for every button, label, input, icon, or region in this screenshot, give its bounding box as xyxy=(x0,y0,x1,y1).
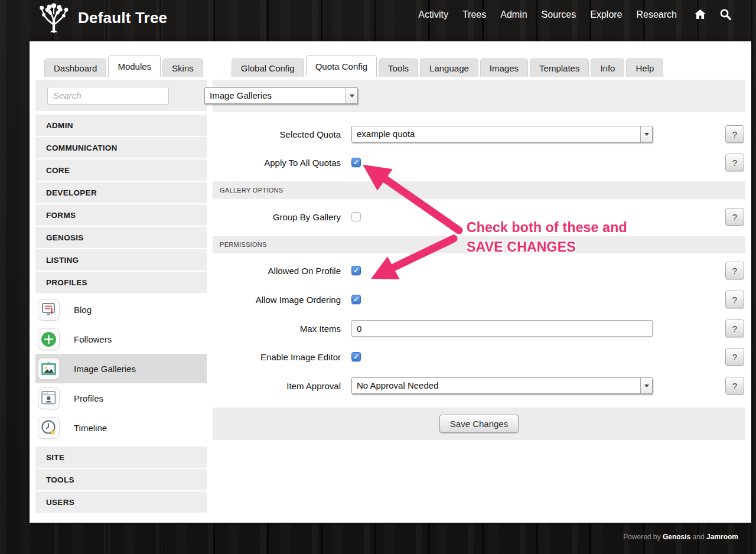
enable-image-editor-label: Enable Image Editor xyxy=(213,352,341,362)
sidebar-category-forms[interactable]: FORMS xyxy=(35,204,207,226)
selected-quota-dropdown[interactable]: example quota xyxy=(351,126,653,142)
sidebar-category-tools[interactable]: TOOLS xyxy=(35,469,207,490)
nav-trees[interactable]: Trees xyxy=(462,9,486,20)
sidebar-item-followers[interactable]: Followers xyxy=(35,324,207,354)
timeline-icon xyxy=(38,417,60,439)
image-galleries-icon xyxy=(38,358,60,380)
help-button-allowed-on-profile[interactable]: ? xyxy=(725,262,744,279)
sidebar-item-label: Profiles xyxy=(74,393,103,403)
sidebar-item-label: Followers xyxy=(74,334,112,344)
sidebar-item-label: Image Galleries xyxy=(74,364,136,374)
help-button-selected-quota[interactable]: ? xyxy=(725,125,744,143)
selected-quota-label: Selected Quota xyxy=(213,129,341,139)
followers-icon xyxy=(38,328,60,350)
sidebar-category-communication[interactable]: COMMUNICATION xyxy=(35,137,207,158)
footer-brand-jamroom[interactable]: Jamroom xyxy=(706,533,738,541)
footer-brand-genosis[interactable]: Genosis xyxy=(663,533,690,541)
allow-image-ordering-label: Allow Image Ordering xyxy=(213,295,341,305)
nav-explore[interactable]: Explore xyxy=(590,9,622,20)
sidebar-item-label: Timeline xyxy=(74,423,107,433)
allowed-on-profile-checkbox[interactable] xyxy=(351,266,361,275)
sidebar-category-admin[interactable]: ADMIN xyxy=(35,115,207,136)
group-by-gallery-label: Group By Gallery xyxy=(213,212,341,222)
help-button-allow-image-ordering[interactable]: ? xyxy=(725,291,744,308)
item-approval-label: Item Approval xyxy=(213,381,341,391)
row-allow-image-ordering: Allow Image Ordering ? xyxy=(213,285,745,314)
sidebar: ADMIN COMMUNICATION CORE DEVELOPER FORMS… xyxy=(35,80,207,514)
help-button-apply-to-all-quotas[interactable]: ? xyxy=(725,154,744,171)
top-nav: Activity Trees Admin Sources Explore Res… xyxy=(418,9,731,20)
profiles-icon xyxy=(38,387,60,409)
nav-activity[interactable]: Activity xyxy=(418,9,448,20)
tab-bar: Dashboard Modules Skins Global Config Qu… xyxy=(44,55,665,77)
sidebar-module-list: Blog Followers xyxy=(35,295,207,442)
sidebar-category-developer[interactable]: DEVELOPER xyxy=(35,182,207,203)
apply-to-all-quotas-checkbox[interactable] xyxy=(351,158,361,167)
page: Default Tree Activity Trees Admin Source… xyxy=(0,0,756,554)
allow-image-ordering-checkbox[interactable] xyxy=(351,295,361,304)
nav-research[interactable]: Research xyxy=(637,9,677,20)
sidebar-search-section xyxy=(35,80,207,111)
sidebar-item-profiles[interactable]: Profiles xyxy=(35,383,207,413)
row-allowed-on-profile: Allowed On Profile ? xyxy=(213,256,745,285)
content-panel: Dashboard Modules Skins Global Config Qu… xyxy=(30,41,751,523)
tree-logo-icon xyxy=(38,1,70,34)
module-selector-value: Image Galleries xyxy=(210,90,272,100)
allowed-on-profile-label: Allowed On Profile xyxy=(213,266,341,276)
sidebar-item-timeline[interactable]: Timeline xyxy=(35,413,207,442)
search-icon[interactable] xyxy=(720,9,731,20)
row-apply-to-all-quotas: Apply To All Quotas ? xyxy=(213,148,745,177)
sidebar-item-blog[interactable]: Blog xyxy=(35,295,207,324)
main-header: Quota Config Image Galleries xyxy=(213,80,745,112)
tab-modules[interactable]: Modules xyxy=(108,55,161,77)
top-bar: Default Tree Activity Trees Admin Source… xyxy=(0,0,756,41)
selected-quota-value: example quota xyxy=(357,129,415,139)
module-selector-dropdown[interactable]: Image Galleries xyxy=(204,87,358,104)
site-title: Default Tree xyxy=(78,9,167,27)
tab-skins[interactable]: Skins xyxy=(162,58,203,77)
chevron-down-icon xyxy=(346,88,357,103)
section-permissions: PERMISSIONS xyxy=(213,236,745,253)
tab-info[interactable]: Info xyxy=(591,58,624,77)
footer-powered-by: Powered by xyxy=(623,533,660,541)
sidebar-category-genosis[interactable]: GENOSIS xyxy=(35,227,207,248)
tab-language[interactable]: Language xyxy=(420,58,478,77)
sidebar-item-label: Blog xyxy=(74,305,92,315)
tab-dashboard[interactable]: Dashboard xyxy=(44,58,106,77)
enable-image-editor-checkbox[interactable] xyxy=(351,352,361,361)
sidebar-category-core[interactable]: CORE xyxy=(35,159,207,181)
sidebar-category-site[interactable]: SITE xyxy=(35,447,207,468)
tab-help[interactable]: Help xyxy=(626,58,663,77)
tab-images[interactable]: Images xyxy=(480,58,528,77)
site-logo[interactable]: Default Tree xyxy=(38,1,167,34)
tab-quota-config[interactable]: Quota Config xyxy=(306,55,377,77)
help-button-max-items[interactable]: ? xyxy=(725,320,744,337)
item-approval-dropdown[interactable]: No Approval Needed xyxy=(351,377,653,394)
max-items-input[interactable] xyxy=(351,320,653,337)
row-group-by-gallery: Group By Gallery ? xyxy=(213,203,745,231)
search-input[interactable] xyxy=(47,87,169,105)
help-button-group-by-gallery[interactable]: ? xyxy=(725,208,744,226)
help-button-item-approval[interactable]: ? xyxy=(725,377,744,395)
tab-templates[interactable]: Templates xyxy=(530,58,589,77)
row-enable-image-editor: Enable Image Editor ? xyxy=(213,343,745,371)
footer-conjunction: and xyxy=(693,533,705,541)
max-items-label: Max Items xyxy=(213,324,341,334)
group-by-gallery-checkbox[interactable] xyxy=(351,212,361,221)
save-changes-button[interactable]: Save Changes xyxy=(439,415,519,433)
chevron-down-icon xyxy=(640,126,652,142)
tab-global-config[interactable]: Global Config xyxy=(232,58,304,77)
sidebar-category-listing[interactable]: LISTING xyxy=(35,249,207,271)
item-approval-value: No Approval Needed xyxy=(357,380,438,390)
home-icon[interactable] xyxy=(695,9,706,19)
row-max-items: Max Items ? xyxy=(213,314,745,343)
section-gallery-options: GALLERY OPTIONS xyxy=(213,181,745,199)
sidebar-item-image-galleries[interactable]: Image Galleries xyxy=(35,354,207,383)
nav-sources[interactable]: Sources xyxy=(542,9,576,20)
row-item-approval: Item Approval No Approval Needed ? xyxy=(213,371,745,400)
help-button-enable-image-editor[interactable]: ? xyxy=(725,348,744,366)
sidebar-category-profiles[interactable]: PROFILES xyxy=(35,272,207,293)
nav-admin[interactable]: Admin xyxy=(500,9,527,20)
tab-tools[interactable]: Tools xyxy=(379,58,418,77)
sidebar-category-users[interactable]: USERS xyxy=(35,491,207,513)
